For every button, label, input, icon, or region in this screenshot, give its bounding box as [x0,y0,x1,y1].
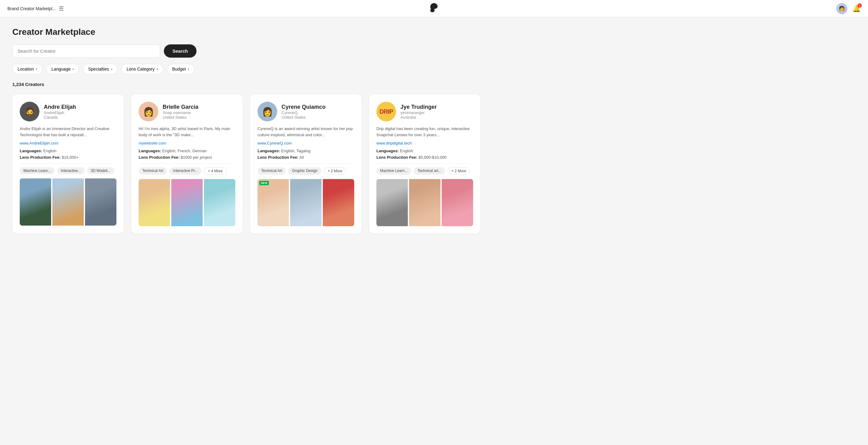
creator-languages: Languages: English [20,149,117,153]
card-info: Cyrene Quiamco CyreneQ United States [282,104,326,120]
creator-name: Jye Trudinger [400,104,437,110]
creator-avatar: 🧔 [20,102,39,121]
creator-link[interactable]: mywebsite.com [138,141,235,145]
creator-image-1 [290,179,321,226]
filter-label: Location [18,66,34,71]
snapchat-logo-icon [429,2,439,14]
creator-image-0 [20,178,51,226]
creator-card-jye[interactable]: DRIP Jye Trudinger yesimaranger Australi… [369,94,480,234]
creator-name: Brielle Garcia [163,104,198,110]
chevron-down-icon: ▾ [72,67,74,71]
tag-2: + 4 More [204,167,227,175]
main-content: Creator Marketplace Search Location▾Lang… [0,17,493,243]
creator-fee: Lens Production Fee: $1000 per project [138,155,235,160]
search-button[interactable]: Search [164,44,196,58]
creator-location: United States [163,115,198,120]
creator-fee: Lens Production Fee: $15,000+ [20,155,117,160]
creator-bio: Drip digital has been creating fun, uniq… [376,126,473,138]
topnav-title: Brand Creator Marketpl... [7,6,56,11]
creator-bio: Hi! I'm ines alpha, 3D artist based in P… [138,126,235,138]
card-info: Andre Elijah AndreElijah Canada [44,104,76,120]
creator-image-0 [138,179,170,226]
creator-image-1 [52,178,84,226]
card-tags: Machine Learn...Technical art...+ 2 More [376,167,473,175]
tag-1: Graphic Design [288,167,321,175]
notif-badge: 1 [858,3,862,8]
creators-grid: 🧔 Andre Elijah AndreElijah Canada Andre … [12,94,480,234]
card-divider [257,163,354,164]
filter-lens-category[interactable]: Lens Category▾ [121,64,163,74]
card-images: NEW [257,179,354,226]
creator-card-cyrene[interactable]: 👩 Cyrene Quiamco CyreneQ United States C… [250,94,362,234]
creator-name: Andre Elijah [44,104,76,110]
tag-2: + 2 More [324,167,346,175]
page-title: Creator Marketplace [12,27,480,37]
creator-image-1 [409,179,440,226]
card-tags: Technical ArtInteractive Pr...+ 4 More [138,167,235,175]
filter-label: Lens Category [127,66,155,71]
creator-image-0 [376,179,408,226]
card-header: DRIP Jye Trudinger yesimaranger Australi… [376,102,473,121]
creator-fee: Lens Production Fee: All [257,155,354,160]
card-info: Jye Trudinger yesimaranger Australia [400,104,437,120]
creator-location: Australia [400,115,437,120]
creator-image-2 [204,179,235,226]
user-avatar[interactable]: 🧑 [836,3,847,14]
filter-label: Language [52,66,70,71]
creator-link[interactable]: www.CyreneQ.com [257,141,354,145]
filter-label: Budget [172,66,186,71]
search-bar: Search [12,44,480,58]
creator-link[interactable]: www.dripdigital.tech [376,141,473,145]
creator-card-brielle[interactable]: 👩 Brielle Garcia Snap username United St… [131,94,243,234]
tag-0: Technical Art [138,167,167,175]
tag-0: Machine Learn... [376,167,411,175]
creator-avatar: 👩 [257,102,277,121]
card-divider [376,163,473,164]
creator-languages: Languages: English [376,149,473,153]
creator-image-1 [171,179,203,226]
tag-1: Interactive... [57,167,84,174]
card-header: 👩 Cyrene Quiamco CyreneQ United States [257,102,354,121]
card-images [20,178,117,226]
creator-fee: Lens Production Fee: $5,000-$10,000 [376,155,473,160]
tag-1: Interactive Pr... [169,167,202,175]
creator-name: Cyrene Quiamco [282,104,326,110]
creator-image-0: NEW [257,179,289,226]
topnav-right: 🧑 🔔 1 [576,3,861,14]
menu-icon[interactable]: ☰ [59,5,64,12]
topnav-center [292,2,576,14]
creator-username: AndreElijah [44,110,76,115]
creator-location: Canada [44,115,76,120]
filter-budget[interactable]: Budget▾ [167,64,194,74]
creator-bio: Andre Elijah is an Immersive Director an… [20,126,117,138]
creator-username: Snap username [163,110,198,115]
chevron-down-icon: ▾ [36,67,37,71]
filter-location[interactable]: Location▾ [12,64,42,74]
creator-card-andre[interactable]: 🧔 Andre Elijah AndreElijah Canada Andre … [12,94,124,234]
creator-languages: Languages: English, French, German [138,149,235,153]
creator-link[interactable]: www.AndreElijah.com [20,141,117,145]
tag-2: + 2 More [447,167,470,175]
tag-1: Technical art... [414,167,445,175]
tag-0: Machine Learn... [20,167,55,174]
creator-avatar: DRIP [376,102,396,121]
creator-bio: CyreneQ is an award winning artist known… [257,126,354,138]
new-badge: NEW [259,181,269,185]
filter-language[interactable]: Language▾ [46,64,79,74]
card-header: 🧔 Andre Elijah AndreElijah Canada [20,102,117,121]
creator-image-2 [442,179,473,226]
search-input[interactable] [12,44,160,58]
creator-username: CyreneQ [282,110,326,115]
chevron-down-icon: ▾ [188,67,189,71]
creator-username: yesimaranger [400,110,437,115]
creator-image-2 [85,178,117,226]
creator-count: 1,234 Creators [12,82,480,87]
card-tags: Machine Learn...Interactive...3D Modeli.… [20,167,117,174]
filter-specialties[interactable]: Specialties▾ [83,64,118,74]
creator-location: United States [282,115,326,120]
card-images [138,179,235,226]
card-tags: Technical ArtGraphic Design+ 2 More [257,167,354,175]
creator-languages: Languages: English, Tagalog [257,149,354,153]
topnav-left: Brand Creator Marketpl... ☰ [7,5,292,12]
notifications-button[interactable]: 🔔 1 [852,5,861,12]
